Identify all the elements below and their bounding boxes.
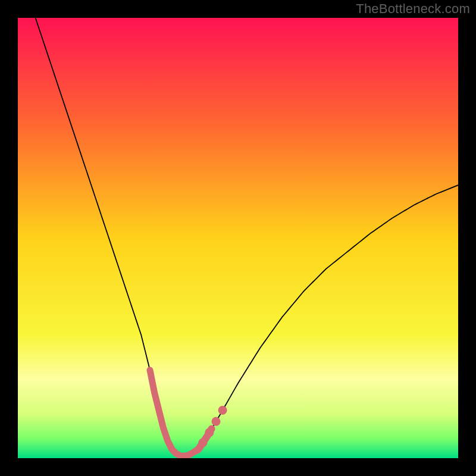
gradient-background	[18, 18, 458, 458]
highlight-dot	[218, 406, 227, 415]
highlight-dot	[205, 428, 214, 437]
chart-frame: TheBottleneck.com	[0, 0, 476, 476]
chart-svg	[18, 18, 458, 458]
highlight-dot	[198, 439, 207, 447]
plot-area	[18, 18, 458, 458]
attribution-label: TheBottleneck.com	[356, 1, 470, 17]
highlight-dot	[212, 417, 221, 426]
